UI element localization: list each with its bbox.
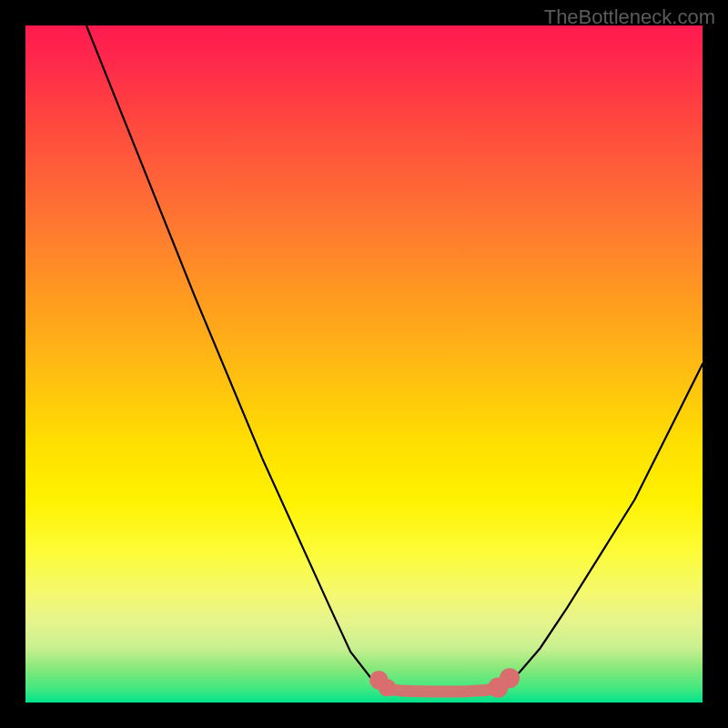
series-left-curve [86,25,384,689]
watermark-text: TheBottleneck.com [544,5,715,29]
chart-svg [25,25,703,703]
dot-left-lower [379,679,396,696]
chart-plot-area [25,25,703,703]
dot-right-upper [500,668,520,688]
series-right-curve [500,364,703,689]
